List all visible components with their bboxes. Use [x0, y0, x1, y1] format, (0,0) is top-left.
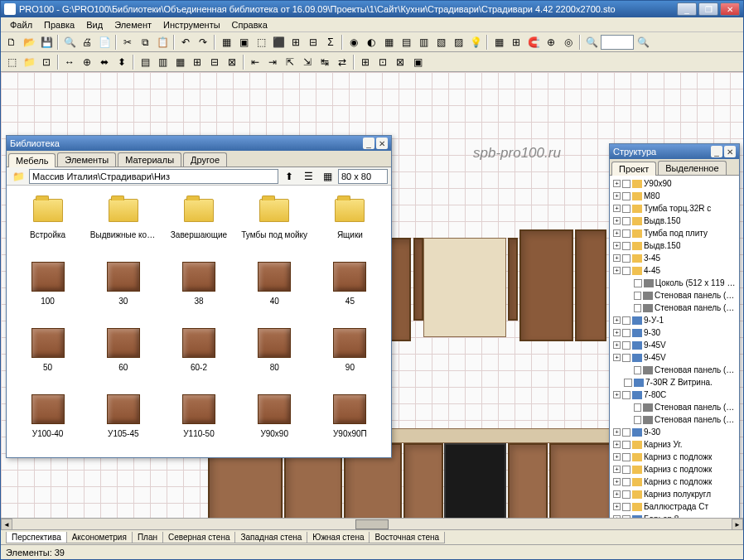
tool-icon[interactable]: ⊟: [206, 54, 223, 70]
checkbox[interactable]: [622, 354, 630, 362]
menu-Правка[interactable]: Правка: [38, 18, 80, 31]
checkbox[interactable]: [622, 217, 630, 225]
tree-item[interactable]: +Тумба под плиту: [611, 227, 737, 239]
sigma-icon[interactable]: Σ: [322, 34, 339, 51]
tool-icon[interactable]: ⬛: [270, 34, 287, 51]
checkbox[interactable]: [634, 416, 642, 424]
tree-item[interactable]: +Карниз полукругл: [611, 488, 737, 500]
tree-item[interactable]: Стеновая панель (199: [611, 289, 737, 302]
checkbox[interactable]: [622, 267, 630, 275]
tree-expand-icon[interactable]: +: [613, 229, 621, 237]
tree-item[interactable]: +Карниз с подложк: [611, 476, 737, 488]
checkbox[interactable]: [622, 329, 630, 337]
library-item[interactable]: 90: [314, 323, 386, 386]
close-button[interactable]: ✕: [720, 2, 740, 16]
tool-icon[interactable]: ⊞: [287, 34, 304, 51]
tree-item[interactable]: +Карниз с подложк: [611, 463, 737, 476]
tree-expand-icon[interactable]: +: [613, 490, 621, 498]
checkbox[interactable]: [624, 379, 632, 387]
checkbox[interactable]: [622, 503, 630, 511]
tree-item[interactable]: +Баллюстрада Ст: [611, 500, 737, 513]
maximize-button[interactable]: ❐: [698, 2, 718, 16]
zoom-icon[interactable]: 🔍: [583, 34, 600, 51]
library-item[interactable]: 80: [239, 323, 311, 386]
tree-expand-icon[interactable]: +: [613, 242, 621, 249]
tool-icon[interactable]: ⊕: [79, 54, 95, 70]
tool-icon[interactable]: ⊞: [189, 54, 205, 70]
panel-close-icon[interactable]: ✕: [724, 146, 736, 157]
scroll-right-icon[interactable]: ►: [732, 519, 743, 529]
tree-item[interactable]: +У90x90: [611, 177, 737, 190]
tool-icon[interactable]: ⇤: [247, 54, 263, 70]
grid-size-combo[interactable]: 80 x 80: [338, 169, 388, 184]
open-icon[interactable]: 📂: [21, 34, 37, 51]
tree-item[interactable]: +9-45V: [611, 339, 737, 351]
checkbox[interactable]: [622, 192, 630, 200]
library-item[interactable]: 50: [12, 323, 84, 386]
tool-icon[interactable]: ⇲: [299, 54, 316, 70]
tree-expand-icon[interactable]: +: [613, 267, 621, 274]
structure-tab[interactable]: Выделенное: [658, 161, 726, 175]
checkbox[interactable]: [622, 391, 630, 399]
up-folder-icon[interactable]: ⬆: [281, 168, 297, 185]
tool-icon[interactable]: ↹: [316, 54, 333, 70]
cut-icon[interactable]: ✂: [119, 34, 136, 51]
panel-min-icon[interactable]: _: [363, 138, 374, 149]
tree-expand-icon[interactable]: +: [613, 180, 621, 187]
tree-expand-icon[interactable]: +: [613, 316, 621, 324]
library-item[interactable]: 30: [87, 257, 159, 320]
checkbox[interactable]: [622, 254, 630, 263]
page-icon[interactable]: 📄: [96, 34, 113, 51]
library-item[interactable]: 100: [12, 257, 84, 320]
tool-icon[interactable]: ◐: [363, 34, 379, 51]
panel-close-icon[interactable]: ✕: [376, 138, 388, 149]
scroll-left-icon[interactable]: ◄: [1, 519, 12, 529]
checkbox[interactable]: [634, 304, 642, 312]
tool-icon[interactable]: ▤: [398, 34, 414, 51]
tree-expand-icon[interactable]: +: [613, 254, 621, 262]
library-tab[interactable]: Другое: [183, 152, 227, 167]
tree-item[interactable]: Стеновая панель (900: [611, 413, 737, 426]
paste-icon[interactable]: 📋: [154, 34, 171, 51]
panel-min-icon[interactable]: _: [711, 146, 722, 157]
tool-icon[interactable]: ▦: [380, 34, 397, 51]
checkbox[interactable]: [634, 279, 642, 287]
tool-icon[interactable]: ⊟: [305, 34, 321, 51]
checkbox[interactable]: [622, 453, 630, 461]
menu-Справка[interactable]: Справка: [226, 18, 273, 31]
tool-icon[interactable]: ⬚: [253, 34, 269, 51]
tree-item[interactable]: Цоколь (512 x 119 x 1: [611, 277, 737, 289]
tree-item[interactable]: 7-30R Z Витрина.: [611, 376, 737, 389]
tool-icon[interactable]: ▥: [154, 54, 171, 70]
tree-expand-icon[interactable]: +: [613, 428, 621, 436]
tree-item[interactable]: +9-45V: [611, 351, 737, 364]
tree-expand-icon[interactable]: +: [613, 466, 621, 473]
tool-icon[interactable]: ⬌: [96, 54, 113, 70]
tree-expand-icon[interactable]: +: [613, 503, 621, 510]
zoom-input[interactable]: [601, 35, 634, 50]
library-item[interactable]: Встройка: [12, 191, 84, 253]
library-item[interactable]: Тумбы под мойку: [239, 191, 311, 253]
checkbox[interactable]: [622, 180, 630, 188]
tool-icon[interactable]: ⊠: [224, 54, 240, 70]
checkbox[interactable]: [622, 229, 630, 238]
checkbox[interactable]: [634, 366, 642, 374]
tool-icon[interactable]: ▣: [409, 54, 426, 70]
checkbox[interactable]: [622, 205, 630, 213]
tree-expand-icon[interactable]: +: [613, 391, 621, 398]
library-item[interactable]: 38: [162, 257, 234, 320]
tool-icon[interactable]: ◉: [345, 34, 362, 51]
library-tab[interactable]: Элементы: [57, 152, 116, 167]
library-item[interactable]: Завершающие: [162, 191, 234, 253]
view-tab[interactable]: План: [132, 532, 163, 543]
light-icon[interactable]: 💡: [467, 34, 484, 51]
menu-Файл[interactable]: Файл: [4, 18, 38, 31]
checkbox[interactable]: [622, 316, 630, 325]
library-item[interactable]: У110-50: [162, 389, 234, 452]
checkbox[interactable]: [622, 341, 630, 350]
tool-icon[interactable]: ⊠: [392, 54, 408, 70]
redo-icon[interactable]: ↷: [195, 34, 211, 51]
zoom-fit-icon[interactable]: 🔍: [635, 34, 651, 51]
checkbox[interactable]: [622, 478, 630, 486]
tool-icon[interactable]: ⊡: [38, 54, 55, 70]
